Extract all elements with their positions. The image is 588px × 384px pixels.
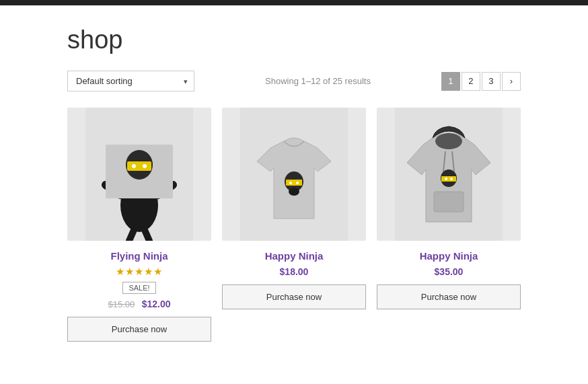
product-image-happy-ninja-tshirt	[222, 108, 366, 241]
svg-line-9	[129, 230, 134, 241]
svg-point-7	[132, 164, 136, 168]
product-card-flying-ninja: Flying Ninja ★★★★★ SALE! $15.00 $12.00 P…	[67, 108, 211, 342]
happy-ninja-hoodie-svg	[395, 108, 503, 241]
svg-rect-6	[127, 161, 151, 171]
product-image-happy-ninja-hoodie	[377, 108, 521, 241]
price-happy-ninja-tshirt: $18.00	[280, 266, 309, 278]
products-grid: Flying Ninja ★★★★★ SALE! $15.00 $12.00 P…	[67, 108, 521, 342]
product-name-flying-ninja: Flying Ninja	[110, 250, 168, 262]
svg-point-16	[289, 188, 299, 196]
page-2-button[interactable]: 2	[462, 72, 480, 91]
price-single-happy-ninja-hoodie: $35.00	[435, 266, 464, 277]
sort-select-wrapper: Default sorting Sort by popularity Sort …	[67, 71, 194, 91]
purchase-button-happy-ninja-tshirt[interactable]: Purchase now	[222, 284, 366, 309]
price-new-flying-ninja: $12.00	[142, 299, 171, 309]
price-flying-ninja: $15.00 $12.00	[108, 298, 170, 310]
svg-point-15	[296, 182, 299, 184]
svg-point-24	[445, 178, 447, 180]
svg-point-8	[143, 164, 147, 168]
svg-line-10	[145, 230, 149, 241]
main-container: shop Default sorting Sort by popularity …	[0, 5, 588, 355]
svg-point-14	[289, 182, 292, 184]
svg-point-18	[435, 133, 462, 149]
toolbar: Default sorting Sort by popularity Sort …	[67, 71, 521, 91]
page-1-button[interactable]: 1	[441, 72, 460, 91]
page-title: shop	[67, 26, 521, 54]
product-image-flying-ninja	[67, 108, 211, 241]
product-name-happy-ninja-tshirt: Happy Ninja	[265, 250, 324, 262]
product-stars-flying-ninja: ★★★★★	[116, 266, 163, 278]
price-single-happy-ninja-tshirt: $18.00	[280, 266, 309, 277]
next-page-button[interactable]: ›	[502, 72, 521, 91]
purchase-button-flying-ninja[interactable]: Purchase now	[67, 317, 211, 342]
product-name-happy-ninja-hoodie: Happy Ninja	[420, 250, 478, 262]
purchase-button-happy-ninja-hoodie[interactable]: Purchase now	[377, 284, 521, 309]
svg-rect-23	[441, 176, 456, 182]
results-text: Showing 1–12 of 25 results	[265, 76, 371, 86]
price-happy-ninja-hoodie: $35.00	[435, 266, 464, 278]
product-card-happy-ninja-tshirt: Happy Ninja $18.00 Purchase now	[222, 108, 366, 342]
svg-point-25	[450, 178, 453, 180]
flying-ninja-poster-svg	[85, 108, 193, 241]
pagination: 1 2 3 ›	[441, 72, 521, 91]
sort-select[interactable]: Default sorting Sort by popularity Sort …	[67, 71, 194, 91]
product-card-happy-ninja-hoodie: Happy Ninja $35.00 Purchase now	[377, 108, 521, 342]
svg-rect-13	[286, 180, 302, 186]
top-bar	[0, 0, 588, 5]
price-old-flying-ninja: $15.00	[108, 299, 135, 309]
page-3-button[interactable]: 3	[482, 72, 501, 91]
svg-rect-21	[434, 192, 464, 212]
happy-ninja-tshirt-svg	[240, 108, 348, 241]
sale-badge-flying-ninja: SALE!	[122, 282, 155, 294]
